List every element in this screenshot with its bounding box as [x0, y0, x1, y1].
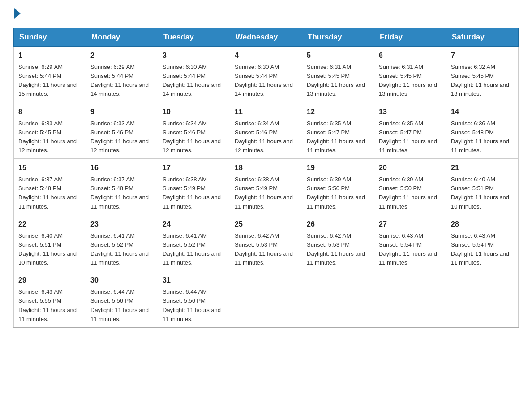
day-number: 3	[163, 50, 225, 61]
day-info: Sunrise: 6:43 AMSunset: 5:54 PMDaylight:…	[451, 232, 509, 266]
day-number: 4	[235, 50, 297, 61]
weekday-header-wednesday: Wednesday	[230, 28, 302, 47]
calendar-week-row: 1Sunrise: 6:29 AMSunset: 5:44 PMDaylight…	[14, 47, 519, 103]
day-number: 30	[90, 275, 153, 286]
calendar-cell: 29Sunrise: 6:43 AMSunset: 5:55 PMDayligh…	[14, 271, 86, 328]
day-info: Sunrise: 6:44 AMSunset: 5:56 PMDaylight:…	[90, 288, 149, 322]
day-info: Sunrise: 6:42 AMSunset: 5:53 PMDaylight:…	[235, 232, 293, 266]
weekday-header-tuesday: Tuesday	[158, 28, 230, 47]
calendar-cell: 1Sunrise: 6:29 AMSunset: 5:44 PMDaylight…	[14, 47, 86, 103]
day-info: Sunrise: 6:31 AMSunset: 5:45 PMDaylight:…	[307, 64, 365, 97]
calendar-cell: 25Sunrise: 6:42 AMSunset: 5:53 PMDayligh…	[230, 215, 302, 271]
page-header	[13, 9, 519, 19]
day-number: 2	[90, 50, 153, 61]
day-number: 26	[307, 219, 369, 230]
day-number: 10	[163, 107, 225, 117]
weekday-header-sunday: Sunday	[14, 28, 86, 47]
day-info: Sunrise: 6:40 AMSunset: 5:51 PMDaylight:…	[451, 176, 509, 210]
day-number: 12	[307, 107, 369, 117]
day-info: Sunrise: 6:42 AMSunset: 5:53 PMDaylight:…	[307, 232, 365, 266]
calendar-cell: 22Sunrise: 6:40 AMSunset: 5:51 PMDayligh…	[14, 215, 86, 271]
day-number: 5	[307, 50, 369, 61]
day-info: Sunrise: 6:33 AMSunset: 5:46 PMDaylight:…	[90, 120, 149, 154]
calendar-cell: 3Sunrise: 6:30 AMSunset: 5:44 PMDaylight…	[158, 47, 230, 103]
day-info: Sunrise: 6:39 AMSunset: 5:50 PMDaylight:…	[307, 176, 365, 210]
day-number: 19	[307, 163, 369, 173]
day-number: 13	[379, 107, 442, 117]
day-number: 16	[90, 163, 153, 173]
day-info: Sunrise: 6:34 AMSunset: 5:46 PMDaylight:…	[235, 120, 293, 154]
weekday-header-thursday: Thursday	[302, 28, 374, 47]
day-number: 23	[90, 219, 153, 230]
calendar-cell: 15Sunrise: 6:37 AMSunset: 5:48 PMDayligh…	[14, 159, 86, 215]
day-info: Sunrise: 6:34 AMSunset: 5:46 PMDaylight:…	[163, 120, 221, 154]
day-number: 7	[451, 50, 514, 61]
day-info: Sunrise: 6:44 AMSunset: 5:56 PMDaylight:…	[163, 288, 221, 322]
day-info: Sunrise: 6:41 AMSunset: 5:52 PMDaylight:…	[90, 232, 149, 266]
calendar-cell: 5Sunrise: 6:31 AMSunset: 5:45 PMDaylight…	[302, 47, 374, 103]
calendar-cell: 16Sunrise: 6:37 AMSunset: 5:48 PMDayligh…	[86, 159, 158, 215]
day-number: 21	[451, 163, 514, 173]
calendar-week-row: 15Sunrise: 6:37 AMSunset: 5:48 PMDayligh…	[14, 159, 519, 215]
day-info: Sunrise: 6:43 AMSunset: 5:54 PMDaylight:…	[379, 232, 437, 266]
day-info: Sunrise: 6:30 AMSunset: 5:44 PMDaylight:…	[235, 64, 293, 97]
calendar-cell: 26Sunrise: 6:42 AMSunset: 5:53 PMDayligh…	[302, 215, 374, 271]
calendar-cell: 10Sunrise: 6:34 AMSunset: 5:46 PMDayligh…	[158, 103, 230, 159]
calendar-cell: 31Sunrise: 6:44 AMSunset: 5:56 PMDayligh…	[158, 271, 230, 328]
calendar-cell	[230, 271, 302, 328]
calendar-cell: 30Sunrise: 6:44 AMSunset: 5:56 PMDayligh…	[86, 271, 158, 328]
logo	[13, 9, 21, 19]
calendar-week-row: 8Sunrise: 6:33 AMSunset: 5:45 PMDaylight…	[14, 103, 519, 159]
day-info: Sunrise: 6:30 AMSunset: 5:44 PMDaylight:…	[163, 64, 221, 97]
calendar-cell: 6Sunrise: 6:31 AMSunset: 5:45 PMDaylight…	[374, 47, 446, 103]
calendar-cell: 27Sunrise: 6:43 AMSunset: 5:54 PMDayligh…	[374, 215, 446, 271]
day-number: 14	[451, 107, 514, 117]
logo-arrow-icon	[14, 8, 21, 19]
calendar-cell: 2Sunrise: 6:29 AMSunset: 5:44 PMDaylight…	[86, 47, 158, 103]
calendar-table: SundayMondayTuesdayWednesdayThursdayFrid…	[13, 28, 519, 328]
day-info: Sunrise: 6:39 AMSunset: 5:50 PMDaylight:…	[379, 176, 437, 210]
day-info: Sunrise: 6:37 AMSunset: 5:48 PMDaylight:…	[18, 176, 77, 210]
day-info: Sunrise: 6:41 AMSunset: 5:52 PMDaylight:…	[163, 232, 221, 266]
calendar-cell: 23Sunrise: 6:41 AMSunset: 5:52 PMDayligh…	[86, 215, 158, 271]
day-info: Sunrise: 6:33 AMSunset: 5:45 PMDaylight:…	[18, 120, 77, 154]
day-info: Sunrise: 6:36 AMSunset: 5:48 PMDaylight:…	[451, 120, 509, 154]
day-info: Sunrise: 6:29 AMSunset: 5:44 PMDaylight:…	[18, 64, 77, 97]
day-info: Sunrise: 6:38 AMSunset: 5:49 PMDaylight:…	[163, 176, 221, 210]
calendar-cell	[446, 271, 519, 328]
day-number: 28	[451, 219, 514, 230]
day-info: Sunrise: 6:29 AMSunset: 5:44 PMDaylight:…	[90, 64, 149, 97]
calendar-cell: 20Sunrise: 6:39 AMSunset: 5:50 PMDayligh…	[374, 159, 446, 215]
calendar-cell	[302, 271, 374, 328]
day-number: 9	[90, 107, 153, 117]
day-info: Sunrise: 6:37 AMSunset: 5:48 PMDaylight:…	[90, 176, 149, 210]
weekday-header-row: SundayMondayTuesdayWednesdayThursdayFrid…	[14, 28, 519, 47]
calendar-cell: 9Sunrise: 6:33 AMSunset: 5:46 PMDaylight…	[86, 103, 158, 159]
day-number: 18	[235, 163, 297, 173]
calendar-cell	[374, 271, 446, 328]
day-number: 15	[18, 163, 81, 173]
day-number: 22	[18, 219, 81, 230]
day-number: 11	[235, 107, 297, 117]
day-info: Sunrise: 6:38 AMSunset: 5:49 PMDaylight:…	[235, 176, 293, 210]
day-number: 8	[18, 107, 81, 117]
calendar-cell: 14Sunrise: 6:36 AMSunset: 5:48 PMDayligh…	[446, 103, 519, 159]
weekday-header-monday: Monday	[86, 28, 158, 47]
day-number: 20	[379, 163, 442, 173]
calendar-cell: 24Sunrise: 6:41 AMSunset: 5:52 PMDayligh…	[158, 215, 230, 271]
calendar-week-row: 22Sunrise: 6:40 AMSunset: 5:51 PMDayligh…	[14, 215, 519, 271]
calendar-cell: 19Sunrise: 6:39 AMSunset: 5:50 PMDayligh…	[302, 159, 374, 215]
day-number: 27	[379, 219, 442, 230]
weekday-header-friday: Friday	[374, 28, 446, 47]
day-info: Sunrise: 6:32 AMSunset: 5:45 PMDaylight:…	[451, 64, 509, 97]
calendar-cell: 13Sunrise: 6:35 AMSunset: 5:47 PMDayligh…	[374, 103, 446, 159]
calendar-cell: 17Sunrise: 6:38 AMSunset: 5:49 PMDayligh…	[158, 159, 230, 215]
day-info: Sunrise: 6:35 AMSunset: 5:47 PMDaylight:…	[379, 120, 437, 154]
day-number: 17	[163, 163, 225, 173]
weekday-header-saturday: Saturday	[446, 28, 519, 47]
calendar-cell: 7Sunrise: 6:32 AMSunset: 5:45 PMDaylight…	[446, 47, 519, 103]
day-number: 25	[235, 219, 297, 230]
day-number: 24	[163, 219, 225, 230]
calendar-week-row: 29Sunrise: 6:43 AMSunset: 5:55 PMDayligh…	[14, 271, 519, 328]
calendar-cell: 11Sunrise: 6:34 AMSunset: 5:46 PMDayligh…	[230, 103, 302, 159]
